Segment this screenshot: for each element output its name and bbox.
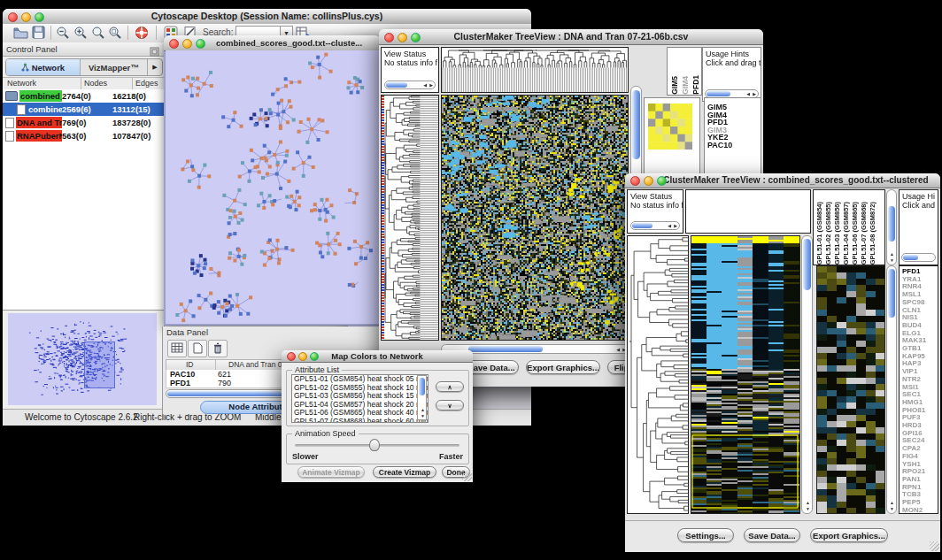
attribute-item[interactable]: GPL51-07 (GSM868) heat shock 60 min: [292, 418, 428, 424]
tv1-zoom-heatmap-canvas[interactable]: [648, 104, 692, 150]
scroll-up-icon[interactable]: ▲: [890, 501, 894, 505]
tv2-zoom-heatmap-canvas[interactable]: [817, 266, 884, 513]
tv2-column-label[interactable]: GPL51-06 (GSM865): [851, 202, 859, 265]
tv2-column-label[interactable]: GPL51-08 (GSM872): [869, 202, 876, 265]
network-row[interactable]: combined_scores 2764(0) 16218(0): [3, 89, 164, 103]
zoom-fit-icon[interactable]: [91, 26, 105, 43]
tv2-zoom-vscroll[interactable]: ▲ ▼: [886, 265, 897, 514]
tab-vizmapper[interactable]: VizMapper™: [81, 59, 147, 75]
tv1-gene-dendrogram-canvas[interactable]: [382, 96, 438, 340]
tv2-gene-dendrogram[interactable]: [627, 235, 689, 514]
tv1-export-graphics-button[interactable]: Export Graphics...: [526, 360, 600, 374]
delete-attribute-icon[interactable]: [208, 340, 228, 357]
birdseye-view-canvas[interactable]: [8, 313, 157, 405]
zoom-window-icon[interactable]: [657, 176, 667, 186]
tv2-column-dendrogram[interactable]: [685, 189, 811, 234]
tv2-save-data-button[interactable]: Save Data...: [744, 528, 800, 542]
tv2-usage-hscroll[interactable]: [901, 253, 936, 262]
tv2-column-label[interactable]: GPL51-07 (GSM868): [860, 202, 868, 265]
close-icon[interactable]: [630, 176, 640, 186]
minimize-icon[interactable]: [644, 176, 653, 186]
tv1-gene-item[interactable]: PAC10: [707, 142, 761, 150]
tv1-column-label[interactable]: GIM4: [681, 76, 690, 95]
tv2-gene-item[interactable]: MON2: [902, 507, 938, 514]
scroll-thumb[interactable]: [888, 206, 895, 242]
zoom-out-icon[interactable]: [56, 26, 70, 43]
tv2-gene-dendrogram-canvas[interactable]: [628, 236, 688, 513]
zoom-window-icon[interactable]: [310, 352, 319, 361]
scroll-down-icon[interactable]: ▼: [806, 507, 810, 511]
tv1-column-label[interactable]: PFD1: [691, 75, 700, 95]
table-mode-icon[interactable]: [167, 340, 187, 357]
minimize-icon[interactable]: [182, 39, 192, 49]
scroll-up-icon[interactable]: ▲: [421, 408, 425, 412]
scroll-thumb[interactable]: [468, 346, 543, 352]
save-session-icon[interactable]: [32, 26, 45, 42]
col-network[interactable]: Network: [7, 79, 36, 88]
help-icon[interactable]: [135, 26, 149, 43]
new-attribute-icon[interactable]: [188, 340, 207, 357]
network-view-canvas[interactable]: [166, 50, 379, 324]
attribute-up-button[interactable]: ∧: [436, 381, 464, 392]
scroll-thumb[interactable]: [903, 255, 918, 260]
zoom-selected-icon[interactable]: [108, 26, 122, 43]
scroll-up-icon[interactable]: ▲: [890, 252, 894, 257]
resize-grip[interactable]: [462, 472, 472, 481]
scroll-thumb[interactable]: [632, 223, 652, 228]
network-row[interactable]: DNA and Tran 07 769(0) 183728(0): [3, 116, 164, 129]
close-icon[interactable]: [384, 33, 394, 42]
scroll-left-icon[interactable]: ◀: [616, 348, 620, 352]
tv2-status-hscroll[interactable]: ◀ ▶: [630, 221, 680, 230]
tv2-column-label[interactable]: GPL51-01 (GSM854): [815, 202, 823, 265]
col-nodes[interactable]: Nodes: [84, 79, 107, 88]
scroll-thumb[interactable]: [386, 82, 407, 88]
data-id-header[interactable]: ID: [186, 360, 194, 369]
scroll-down-icon[interactable]: ▼: [890, 258, 894, 263]
col-edges[interactable]: Edges: [135, 79, 158, 88]
zoom-in-icon[interactable]: [73, 26, 88, 43]
scroll-right-icon[interactable]: ▶: [674, 224, 677, 228]
tv2-settings-button[interactable]: Settings...: [677, 528, 734, 542]
scroll-down-icon[interactable]: ▼: [890, 507, 894, 511]
speed-slider-thumb[interactable]: [369, 439, 380, 451]
zoom-window-icon[interactable]: [411, 33, 421, 42]
scroll-up-icon[interactable]: ▲: [806, 501, 810, 505]
tv1-column-dendrogram-canvas[interactable]: [442, 48, 628, 92]
minimize-icon[interactable]: [398, 33, 407, 42]
scroll-left-icon[interactable]: ◀: [423, 83, 427, 88]
close-icon[interactable]: [8, 12, 18, 22]
scroll-thumb[interactable]: [632, 90, 640, 159]
scroll-left-icon[interactable]: ◀: [668, 224, 671, 228]
tv2-vscroll[interactable]: ▲ ▼: [801, 235, 813, 514]
tv2-export-graphics-button[interactable]: Export Graphics...: [810, 528, 888, 542]
create-vizmap-button[interactable]: Create Vizmap: [373, 466, 436, 478]
tv2-column-label[interactable]: GPL51-03 (GSM856): [833, 202, 841, 265]
scroll-thumb[interactable]: [803, 239, 811, 290]
minimize-icon[interactable]: [21, 12, 31, 22]
scroll-right-icon[interactable]: ▶: [753, 92, 756, 96]
tv2-column-label[interactable]: GPL51-02 (GSM855): [824, 202, 832, 265]
attribute-down-button[interactable]: ∨: [436, 400, 464, 410]
tab-overflow-arrow[interactable]: ▶: [147, 59, 162, 75]
cytoscape-titlebar[interactable]: Cytoscape Desktop (Session Name: collins…: [3, 9, 531, 25]
tv1-column-dendrogram[interactable]: [441, 47, 629, 93]
attribute-vscroll[interactable]: ▲ ▼: [417, 375, 427, 420]
network-row[interactable]: combined_sco 2569(6) 13112(15): [3, 103, 164, 116]
minimize-icon[interactable]: [298, 352, 307, 361]
tv1-status-hscroll[interactable]: ◀ ▶: [384, 81, 436, 89]
attribute-listbox[interactable]: GPL51-01 (GSM854) heat shock 05 minGPL51…: [291, 374, 429, 423]
zoom-window-icon[interactable]: [196, 39, 205, 49]
tv2-column-label[interactable]: GPL51-04 (GSM857): [842, 202, 850, 265]
tv1-column-label[interactable]: GIM5: [670, 76, 679, 95]
scroll-thumb[interactable]: [706, 91, 730, 96]
resize-grip[interactable]: [930, 541, 939, 551]
tab-network[interactable]: Network: [6, 59, 81, 75]
zoom-window-icon[interactable]: [35, 12, 44, 22]
window-controls[interactable]: [8, 12, 44, 22]
tv1-gene-dendrogram[interactable]: [381, 95, 439, 341]
tv2-heatmap[interactable]: [691, 235, 800, 514]
tv2-heatmap-canvas[interactable]: [691, 236, 799, 513]
scroll-thumb[interactable]: [888, 269, 895, 318]
tv1-heatmap-canvas[interactable]: [442, 96, 628, 340]
tv2-labels-vscroll[interactable]: ▲ ▼: [886, 189, 897, 265]
